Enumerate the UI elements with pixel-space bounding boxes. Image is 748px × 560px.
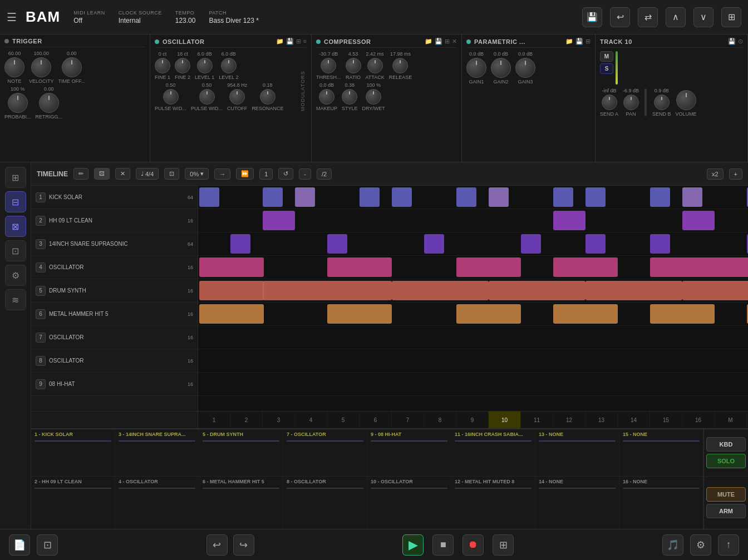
level1-knob[interactable] [197, 58, 213, 73]
pattern-label-1[interactable]: 1 - KICK SOLAR [31, 429, 115, 476]
gain1-knob[interactable] [466, 58, 486, 78]
pattern-1-9[interactable] [585, 187, 606, 207]
pattern-2-3[interactable] [682, 211, 715, 230]
pattern-label-16[interactable]: 16 - NONE [619, 477, 703, 529]
bar-num-2[interactable]: 2 [230, 412, 263, 428]
cutoff-knob[interactable] [229, 89, 245, 105]
bar-num-6[interactable]: 6 [360, 412, 392, 428]
save-button[interactable]: 💾 [582, 7, 602, 27]
retrig-knob[interactable] [39, 93, 59, 113]
pattern-3-6[interactable] [650, 234, 670, 254]
pattern-1-4[interactable] [360, 187, 380, 207]
senda-knob[interactable] [602, 95, 617, 110]
pattern-label-5[interactable]: 5 - DRUM SYNTH [199, 429, 283, 476]
bar-num-16[interactable]: 16 [682, 412, 715, 428]
sendb-knob[interactable] [654, 95, 670, 110]
pattern-1-1[interactable] [199, 187, 219, 207]
track-row-4[interactable]: 4 OSCILLATOR 16 [31, 256, 198, 279]
track-row-5[interactable]: 5 DRUM SYNTH 16 [31, 279, 198, 303]
comp-grid-icon[interactable]: ⊞ [445, 38, 450, 45]
param-folder-icon[interactable]: 📁 [565, 38, 573, 45]
transport-metronome[interactable]: ⚙ [690, 534, 711, 556]
pencil-button[interactable]: ✏ [73, 168, 88, 180]
res-knob[interactable] [260, 89, 275, 105]
pattern-1-10[interactable] [650, 187, 670, 207]
transport-loop[interactable]: ⊞ [493, 534, 514, 556]
track-row-1[interactable]: 1 KICK SOLAR 64 [31, 186, 198, 209]
track-row-2[interactable]: 2 HH 09 LT CLEAN 16 [31, 209, 198, 232]
velocity-knob[interactable] [31, 57, 51, 77]
loop-button[interactable]: ↺ [278, 168, 293, 180]
sidebar-icon-sequencer[interactable]: ⊟ [5, 191, 26, 212]
s-button[interactable]: S [600, 63, 613, 74]
grid-view-icon[interactable]: ⊞ [296, 38, 301, 45]
pattern-1-5[interactable] [392, 187, 412, 207]
pattern-1-3[interactable] [295, 187, 315, 207]
bar-num-15[interactable]: 15 [650, 412, 682, 428]
level2-knob[interactable] [221, 58, 237, 73]
bar-num-9[interactable]: 9 [456, 412, 489, 428]
undo-button[interactable]: ↩ [610, 7, 630, 27]
pattern-2-2[interactable] [553, 211, 585, 230]
pattern-label-8[interactable]: 8 - OSCILLATOR [283, 477, 367, 529]
track-row-6[interactable]: 6 METAL HAMMER HIT 5 16 [31, 303, 198, 326]
transport-undo[interactable]: ↩ [206, 534, 228, 556]
pattern-6-5[interactable] [650, 304, 715, 324]
pattern-5-3[interactable] [392, 281, 489, 300]
pattern-label-13[interactable]: 13 - NONE [535, 429, 619, 476]
pw1-knob[interactable] [163, 89, 179, 105]
pattern-6-4[interactable] [553, 304, 618, 324]
comp-folder-icon[interactable]: 📁 [425, 38, 432, 45]
pattern-3-4[interactable] [521, 234, 541, 254]
pattern-6-2[interactable] [327, 304, 392, 324]
folder-icon[interactable]: 📁 [276, 38, 284, 45]
track-row-3[interactable]: 3 14INCH SNARE SUPRASONIC 64 [31, 232, 198, 256]
pattern-1-11[interactable] [682, 187, 702, 207]
div2-button[interactable]: /2 [317, 169, 332, 180]
pattern-label-12[interactable]: 12 - METAL HIT MUTED 8 [451, 477, 535, 529]
sidebar-icon-eq[interactable]: ≋ [5, 289, 26, 310]
bar-num-13[interactable]: 13 [585, 412, 618, 428]
pattern-label-6[interactable]: 6 - METAL HAMMER HIT 5 [199, 477, 283, 529]
shuffle-button[interactable]: ⇄ [638, 7, 658, 27]
pattern-5-2[interactable] [263, 281, 392, 300]
thresh-knob[interactable] [321, 58, 336, 73]
param-save-icon[interactable]: 💾 [575, 38, 583, 45]
attack-knob[interactable] [367, 58, 383, 73]
pattern-5-4[interactable] [489, 281, 585, 300]
pattern-4-3[interactable] [456, 257, 521, 277]
prob-knob[interactable] [8, 93, 28, 113]
transport-file[interactable]: 📄 [9, 534, 30, 556]
pattern-5-1[interactable] [199, 281, 264, 300]
ratio-knob[interactable] [346, 58, 361, 73]
release-knob[interactable] [392, 58, 408, 73]
bar-num-12[interactable]: 12 [553, 412, 585, 428]
up-button[interactable]: ∧ [666, 7, 686, 27]
pattern-5-5[interactable] [585, 281, 682, 300]
bar-num-10[interactable]: 10 [489, 412, 521, 428]
pan-knob[interactable] [623, 95, 639, 110]
pattern-label-10[interactable]: 10 - OSCILLATOR [367, 477, 451, 529]
track-row-7[interactable]: 7 OSCILLATOR 16 [31, 326, 198, 349]
kbd-button[interactable]: KBD [706, 437, 746, 452]
fine1-knob[interactable] [155, 58, 170, 73]
transport-record[interactable]: ⏺ [462, 534, 484, 556]
pattern-label-15[interactable]: 15 - NONE [619, 429, 703, 476]
pattern-label-4[interactable]: 4 - OSCILLATOR [115, 477, 199, 529]
note-knob[interactable] [4, 57, 24, 77]
pattern-3-3[interactable] [424, 234, 444, 254]
pattern-2-1[interactable] [263, 211, 295, 230]
track10-save-icon[interactable]: 💾 [728, 38, 736, 45]
arm-button[interactable]: ARM [706, 504, 746, 518]
pattern-6-1[interactable] [199, 304, 264, 324]
sidebar-icon-grid[interactable]: ⊞ [5, 167, 26, 188]
transport-play[interactable]: ▶ [402, 534, 424, 556]
plus-button[interactable]: + [729, 169, 742, 180]
transport-redo[interactable]: ↪ [233, 534, 254, 556]
snapshot-button[interactable]: ⊡ [164, 168, 179, 180]
transport-settings[interactable]: 🎵 [662, 534, 683, 556]
pattern-label-11[interactable]: 11 - 16INCH CRASH SABIA... [451, 429, 535, 476]
save-preset-icon[interactable]: 💾 [286, 38, 294, 45]
x2-button[interactable]: x2 [707, 169, 724, 180]
pw2-knob[interactable] [199, 89, 215, 105]
